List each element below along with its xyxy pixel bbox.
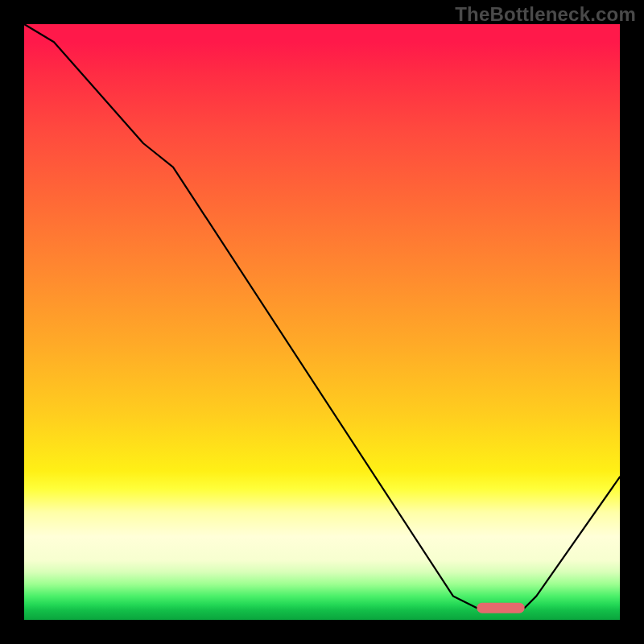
curve-layer <box>24 24 620 620</box>
watermark-text: TheBottleneck.com <box>455 3 636 26</box>
plot-area <box>24 24 620 620</box>
bottleneck-curve <box>24 24 620 608</box>
optimal-range-marker <box>477 603 524 613</box>
chart-frame: TheBottleneck.com <box>0 0 644 644</box>
